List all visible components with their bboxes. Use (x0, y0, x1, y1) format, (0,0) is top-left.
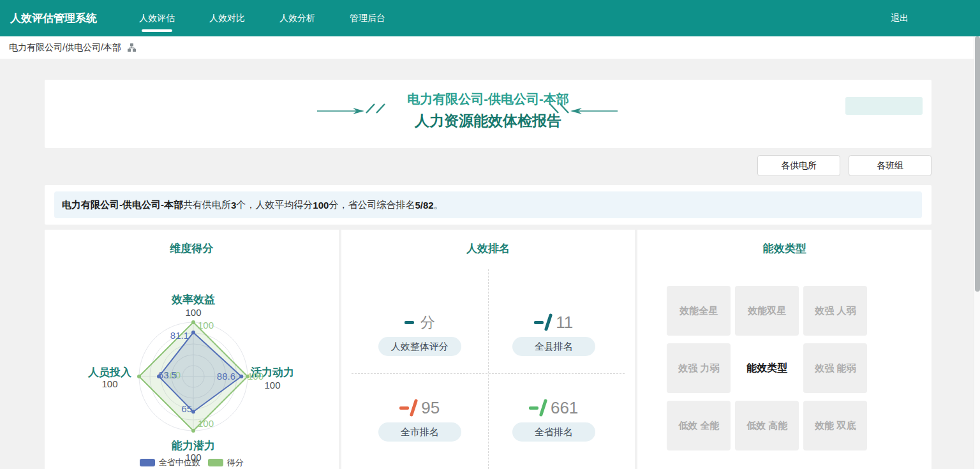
dash-icon (529, 406, 538, 410)
summary-segment: 共有供电所 (183, 199, 231, 211)
title-decoration-left-icon (316, 100, 389, 117)
nav-items: 人效评估人效对比人效分析管理后台 (139, 0, 385, 36)
logout-button[interactable]: 退出 (891, 13, 909, 24)
type-grid-cell-7: 低效 高能 (735, 401, 799, 450)
ranking-unit: 分 (420, 313, 435, 332)
svg-text:效率效益: 效率效益 (171, 294, 215, 306)
svg-text:100: 100 (185, 307, 201, 318)
slash-icon (544, 313, 553, 331)
ranking-value: 661 (529, 397, 578, 419)
header-placeholder-box[interactable] (845, 97, 923, 115)
svg-text:100: 100 (264, 380, 280, 391)
ranking-value: 95 (399, 397, 440, 419)
ranking-card-3: 661全省排名 (484, 397, 624, 442)
top-navbar: 人效评估管理系统 人效评估人效对比人效分析管理后台 退出 (0, 0, 980, 36)
ranking-value: 分 (405, 311, 435, 333)
svg-text:100: 100 (198, 418, 214, 429)
type-panel-title: 能效类型 (637, 230, 932, 256)
ranking-label-pill: 全市排名 (378, 422, 461, 442)
type-grid-cell-0: 效能全星 (667, 286, 731, 336)
org-tree-icon[interactable] (127, 43, 137, 52)
dash-icon (534, 321, 544, 324)
panels-row: 维度得分 效率效益100活力动力100能力潜力100人员投入1001001001… (45, 230, 932, 469)
org-title: 电力有限公司-供电公司-本部 (45, 80, 932, 108)
nav-item-1[interactable]: 人效对比 (209, 0, 245, 36)
legend-item[interactable]: 全省中位数 (140, 457, 200, 468)
ranking-label-pill: 全省排名 (512, 422, 595, 442)
svg-text:100: 100 (248, 371, 264, 382)
svg-text:81.1: 81.1 (170, 330, 189, 341)
ranking-number: 661 (551, 398, 578, 418)
scrollbar-thumb[interactable] (975, 36, 980, 292)
summary-segment: 个，人效平均得分 (236, 199, 313, 211)
ranking-panel-title: 人效排名 (341, 230, 635, 256)
dash-icon (405, 321, 414, 324)
efficiency-type-panel: 能效类型 效能全星效能双星效强 人弱效强 力弱能效类型效强 能弱低效 全能低效 … (637, 230, 932, 469)
ranking-number: 95 (421, 398, 440, 418)
svg-text:100: 100 (198, 320, 214, 331)
type-grid-cell-5: 效强 能弱 (803, 343, 867, 393)
legend-label: 得分 (227, 457, 244, 468)
svg-text:65: 65 (181, 403, 192, 414)
summary-card: 电力有限公司-供电公司-本部共有供电所3个，人效平均得分100分，省公司综合排名… (45, 185, 932, 225)
svg-text:63.5: 63.5 (158, 369, 177, 380)
svg-text:人员投入: 人员投入 (87, 366, 132, 378)
summary-segment: 。 (434, 199, 443, 211)
view-button-0[interactable]: 各供电所 (757, 155, 840, 176)
svg-text:100: 100 (101, 378, 117, 389)
legend-item[interactable]: 得分 (208, 457, 244, 468)
report-title: 人力资源能效体检报告 (45, 111, 932, 131)
nav-item-2[interactable]: 人效分析 (279, 0, 315, 36)
summary-segment: 分，省公司综合排名 (329, 199, 415, 211)
summary-segment: 电力有限公司-供电公司-本部 (62, 199, 183, 211)
type-grid-cell-2: 效强 人弱 (803, 286, 867, 336)
breadcrumb[interactable]: 电力有限公司/供电公司/本部 (9, 42, 121, 54)
radar-legend: 全省中位数得分 (45, 457, 339, 468)
type-grid-cell-3: 效强 力弱 (667, 343, 731, 393)
ranking-number: 11 (556, 313, 573, 332)
type-grid-cell-8: 效能 双底 (803, 401, 867, 450)
title-decoration-right-icon (546, 100, 619, 117)
ranking-card-2: 95全市排名 (350, 397, 490, 442)
page-scrollbar[interactable] (974, 36, 980, 469)
ranking-card-1: 11全县排名 (484, 311, 624, 356)
app-title: 人效评估管理系统 (10, 11, 97, 26)
type-grid-center-label: 能效类型 (735, 343, 799, 393)
legend-swatch-icon (140, 459, 155, 466)
summary-text: 电力有限公司-供电公司-本部共有供电所3个，人效平均得分100分，省公司综合排名… (54, 191, 922, 218)
ranking-label-pill: 人效整体评分 (378, 337, 461, 356)
dimension-panel-title: 维度得分 (45, 230, 339, 256)
legend-swatch-icon (208, 459, 223, 466)
ranking-card-0: 分人效整体评分 (350, 311, 490, 356)
ranking-label-pill: 全县排名 (512, 337, 595, 356)
legend-label: 全省中位数 (159, 457, 200, 468)
radar-chart: 效率效益100活力动力100能力潜力100人员投入100100100100100… (45, 268, 338, 469)
nav-item-3[interactable]: 管理后台 (350, 0, 385, 36)
svg-text:能力潜力: 能力潜力 (171, 440, 215, 452)
slash-icon (539, 399, 547, 417)
summary-segment: 5/82 (415, 200, 433, 211)
slash-icon (410, 399, 418, 417)
dash-icon (399, 406, 409, 410)
efficiency-ranking-panel: 人效排名 分人效整体评分11全县排名95全市排名661全省排名 (341, 230, 635, 469)
ranking-value: 11 (534, 311, 573, 333)
nav-item-0[interactable]: 人效评估 (139, 0, 175, 36)
report-header-card: 电力有限公司-供电公司-本部 人力资源能效体检报告 (45, 80, 932, 148)
svg-text:88.6: 88.6 (217, 371, 235, 382)
type-grid-cell-1: 效能双星 (735, 286, 799, 336)
summary-segment: 3 (231, 200, 236, 211)
type-grid-cell-6: 低效 全能 (667, 401, 731, 450)
ranking-horizontal-divider (352, 373, 625, 374)
dimension-score-panel: 维度得分 效率效益100活力动力100能力潜力100人员投入1001001001… (45, 230, 339, 469)
view-button-1[interactable]: 各班组 (849, 155, 932, 176)
breadcrumb-bar: 电力有限公司/供电公司/本部 (0, 36, 980, 59)
view-buttons-row: 各供电所各班组 (45, 155, 932, 176)
summary-segment: 100 (313, 200, 329, 211)
